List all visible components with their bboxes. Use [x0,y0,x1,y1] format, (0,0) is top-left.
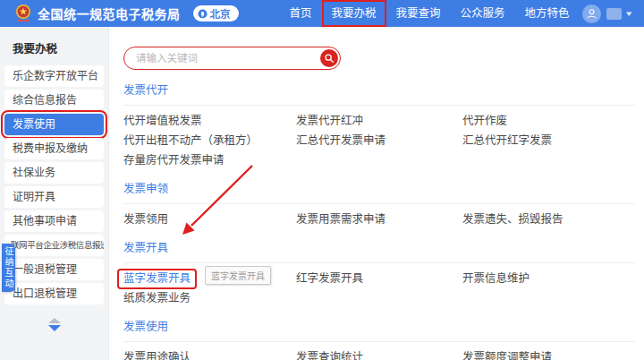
search-box [123,47,341,70]
main-content: 发票代开代开增值税发票发票代开红冲代开作废代开出租不动产（承租方）汇总代开发票申… [110,27,644,360]
app-title: 全国统一规范电子税务局 [38,4,181,22]
service-link-label: 汇总代开发票申请 [296,131,386,150]
top-header: 全国统一规范电子税务局 北京 首页我要办税我要查询公众服务地方特色 ▾ [0,0,644,27]
service-link[interactable]: 代开作废 [462,111,635,131]
sidebar-section-title: 我要办税 [4,38,104,65]
service-link[interactable]: 汇总代开红字发票 [462,131,635,150]
service-link[interactable]: 代开出租不动产（承租方） [123,131,296,150]
sections-container: 发票代开代开增值税发票发票代开红冲代开作废代开出租不动产（承租方）汇总代开发票申… [123,81,635,360]
top-nav-item[interactable]: 我要办税 [322,0,386,27]
service-link-label: 发票查询统计 [296,347,363,360]
sidebar-item[interactable]: 出口退税管理 [4,283,104,304]
service-link[interactable]: 发票代开红冲 [296,111,462,131]
service-link[interactable]: 汇总代开发票申请 [296,131,462,150]
top-nav-item[interactable]: 我要查询 [386,0,451,27]
sidebar-item[interactable]: 综合信息报告 [4,90,104,111]
section: 发票申领发票领用发票用票需求申请发票遗失、损毁报告 [123,179,635,229]
section-title: 发票开具 [123,238,635,263]
section-title: 发票代开 [123,81,635,106]
service-link[interactable]: 开票信息维护 [462,269,635,288]
service-link[interactable]: 发票用票需求申请 [296,210,462,229]
service-link[interactable]: 发票领用 [123,210,296,229]
service-link[interactable]: 发票查询统计 [296,347,462,360]
username-redacted [606,8,622,20]
sidebar-item[interactable]: 联网平台企业涉税信息报送 [4,235,104,256]
service-link-label: 纸质发票业务 [123,288,191,308]
service-link-label: 发票额度调整申请 [462,347,552,360]
top-nav: 首页我要办税我要查询公众服务地方特色 [280,0,580,27]
service-link-label: 汇总代开红字发票 [462,131,552,150]
section-links: 蓝字发票开具红字发票开具开票信息维护纸质发票业务 [123,263,635,308]
link-tooltip: 蓝字发票开具 [205,266,271,285]
service-link-label: 红字发票开具 [296,269,363,288]
service-link-label: 代开出租不动产（承租方） [123,131,258,150]
section-title: 发票使用 [123,317,635,342]
location-badge[interactable]: 北京 [193,5,239,21]
service-link[interactable]: 纸质发票业务 [123,288,296,308]
section-links: 发票领用发票用票需求申请发票遗失、损毁报告 [123,204,635,229]
service-link-label: 开票信息维护 [462,269,530,288]
service-link-label: 发票代开红冲 [296,111,363,131]
sidebar-scroll-controls [4,315,104,331]
section-links: 发票用途确认发票查询统计发票额度调整申请 [123,342,635,360]
location-label: 北京 [210,6,231,21]
service-link[interactable]: 存量房代开发票申请 [123,150,296,170]
service-link-label: 代开增值税发票 [123,111,202,131]
search-input[interactable] [123,47,341,70]
scroll-down-icon[interactable] [48,325,61,331]
top-nav-item[interactable]: 首页 [280,0,322,27]
service-link-label: 代开作废 [462,111,507,131]
user-area: ▾ [582,0,631,27]
top-nav-item[interactable]: 地方特色 [515,0,580,27]
service-link[interactable]: 代开增值税发票 [123,111,296,131]
location-pin-icon [198,9,208,19]
search-icon [324,53,335,64]
sidebar-item[interactable]: 税费申报及缴纳 [4,138,104,159]
sidebar-item[interactable]: 发票使用 [4,114,104,135]
sidebar-item[interactable]: 社保业务 [4,162,104,184]
brand-area: 全国统一规范电子税务局 北京 [0,4,239,23]
sidebar-item[interactable]: 其他事项申请 [4,210,104,232]
service-link-label: 蓝字发票开具 [119,270,195,287]
section-links: 代开增值税发票发票代开红冲代开作废代开出租不动产（承租方）汇总代开发票申请汇总代… [123,106,635,170]
sidebar: 我要办税 乐企数字开放平台综合信息报告发票使用税费申报及缴纳社保业务证明开具其他… [0,27,109,360]
person-icon [586,8,597,20]
service-link-label: 发票用途确认 [123,347,191,360]
tax-bureau-emblem-icon [14,4,32,23]
service-link-label: 发票用票需求申请 [296,210,386,229]
chevron-down-icon[interactable]: ▾ [627,9,632,18]
service-link-label: 发票遗失、损毁报告 [462,210,564,229]
section: 发票使用发票用途确认发票查询统计发票额度调整申请 [123,317,635,360]
service-link[interactable]: 红字发票开具 [296,269,462,288]
top-nav-item[interactable]: 公众服务 [451,0,515,27]
section: 发票代开代开增值税发票发票代开红冲代开作废代开出租不动产（承租方）汇总代开发票申… [123,81,635,170]
section-title: 发票申领 [123,179,635,204]
sidebar-menu: 乐企数字开放平台综合信息报告发票使用税费申报及缴纳社保业务证明开具其他事项申请联… [4,65,104,304]
sidebar-item[interactable]: 一般退税管理 [4,259,104,280]
service-link[interactable]: 发票额度调整申请 [462,347,635,360]
service-link-label: 存量房代开发票申请 [123,150,225,170]
service-link-label: 发票领用 [123,210,168,229]
scroll-up-icon[interactable] [48,318,61,323]
service-link[interactable]: 发票用途确认 [123,347,296,360]
interaction-floating-tab[interactable]: 征纳互动 [2,244,15,292]
sidebar-item[interactable]: 证明开具 [4,186,104,208]
sidebar-item[interactable]: 乐企数字开放平台 [4,65,104,87]
user-avatar[interactable] [582,4,601,23]
search-button[interactable] [320,49,338,67]
service-link[interactable]: 发票遗失、损毁报告 [462,210,635,229]
section: 发票开具蓝字发票开具红字发票开具开票信息维护纸质发票业务 [123,238,635,308]
